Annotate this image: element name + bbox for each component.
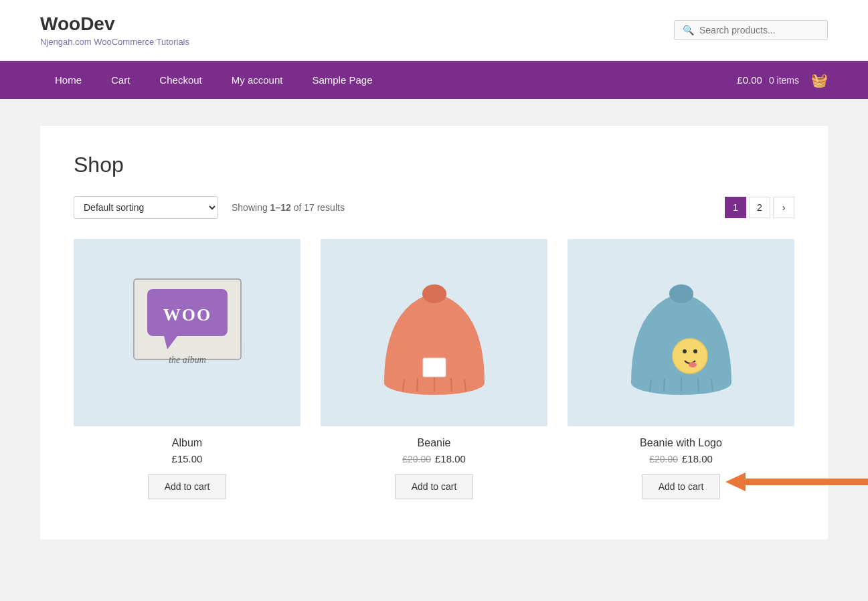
beanie-logo-image-svg (591, 239, 772, 426)
svg-line-19 (664, 378, 665, 392)
site-title: WooDev (40, 13, 189, 35)
add-to-cart-album[interactable]: Add to cart (148, 474, 227, 499)
site-tagline: Njengah.com WooCommerce Tutorials (40, 37, 189, 47)
page-btn-next[interactable]: › (773, 197, 794, 218)
toolbar-left: Default sorting Sort by popularity Sort … (74, 196, 345, 219)
beanie-image-svg (344, 239, 525, 426)
svg-point-26 (689, 362, 697, 367)
nav-item-sample[interactable]: Sample Page (297, 61, 387, 99)
pagination: 1 2 › (725, 197, 794, 218)
result-count: Showing 1–12 of 17 results (232, 202, 345, 213)
svg-line-11 (417, 378, 418, 392)
product-card-album: WOO the album Album £15.00 Add to cart (74, 239, 300, 499)
nav-item-checkout[interactable]: Checkout (145, 61, 216, 99)
nav-item-home[interactable]: Home (40, 61, 96, 99)
cart-basket-icon: 🧺 (811, 72, 828, 88)
page-btn-1[interactable]: 1 (725, 197, 746, 218)
svg-point-8 (422, 284, 446, 303)
site-branding: WooDev Njengah.com WooCommerce Tutorials (40, 13, 189, 47)
product-card-beanie-logo: Beanie with Logo £20.00£18.00 Add to car… (568, 239, 794, 499)
site-header: WooDev Njengah.com WooCommerce Tutorials… (0, 0, 868, 61)
product-card-beanie: Beanie £20.00£18.00 Add to cart (321, 239, 547, 499)
cart-amount: £0.00 (737, 74, 762, 86)
search-input[interactable] (699, 25, 819, 35)
nav-link-checkout[interactable]: Checkout (145, 61, 216, 99)
search-box[interactable]: 🔍 (674, 20, 828, 40)
nav-links: Home Cart Checkout My account Sample Pag… (40, 61, 737, 99)
shop-heading: Shop (74, 153, 794, 177)
page-btn-2[interactable]: 2 (749, 197, 770, 218)
svg-rect-9 (423, 358, 446, 377)
cart-items-count: 0 items (769, 75, 799, 86)
product-price-album: £15.00 (172, 453, 203, 464)
products-grid: WOO the album Album £15.00 Add to cart (74, 239, 794, 499)
add-to-cart-beanie-logo[interactable]: Add to cart (642, 474, 721, 499)
nav-link-sample[interactable]: Sample Page (297, 61, 387, 99)
svg-point-25 (693, 349, 697, 353)
svg-point-24 (683, 349, 687, 353)
nav-item-cart[interactable]: Cart (96, 61, 145, 99)
svg-text:the album: the album (169, 355, 206, 365)
content-box: Shop Default sorting Sort by popularity … (40, 126, 828, 539)
add-to-cart-beanie[interactable]: Add to cart (395, 474, 474, 499)
product-name-album[interactable]: Album (172, 437, 202, 449)
cart-info[interactable]: £0.00 0 items 🧺 (737, 72, 828, 88)
site-nav: Home Cart Checkout My account Sample Pag… (0, 61, 868, 99)
arrow-line (746, 479, 868, 485)
product-price-beanie: £20.00£18.00 (402, 453, 466, 464)
svg-line-21 (698, 378, 699, 392)
album-image-svg: WOO the album (97, 239, 278, 426)
nav-link-home[interactable]: Home (40, 61, 96, 99)
nav-link-cart[interactable]: Cart (96, 61, 145, 99)
nav-link-myaccount[interactable]: My account (217, 61, 298, 99)
svg-point-17 (669, 284, 693, 303)
arrow-head-icon (725, 473, 746, 491)
product-name-beanie-logo[interactable]: Beanie with Logo (640, 437, 722, 449)
nav-item-myaccount[interactable]: My account (217, 61, 298, 99)
product-name-beanie[interactable]: Beanie (418, 437, 451, 449)
product-image-album[interactable]: WOO the album (74, 239, 300, 426)
product-price-beanie-logo: £20.00£18.00 (649, 453, 713, 464)
svg-line-13 (451, 378, 452, 392)
product-image-beanie-logo[interactable] (568, 239, 794, 426)
svg-point-23 (673, 339, 707, 373)
shop-toolbar: Default sorting Sort by popularity Sort … (74, 196, 794, 219)
main-content: Shop Default sorting Sort by popularity … (0, 99, 868, 566)
product-image-beanie[interactable] (321, 239, 547, 426)
search-icon: 🔍 (683, 25, 694, 35)
arrow-annotation (725, 473, 868, 491)
svg-text:WOO: WOO (163, 305, 211, 325)
sort-select[interactable]: Default sorting Sort by popularity Sort … (74, 196, 218, 219)
products-section: WOO the album Album £15.00 Add to cart (74, 239, 794, 499)
